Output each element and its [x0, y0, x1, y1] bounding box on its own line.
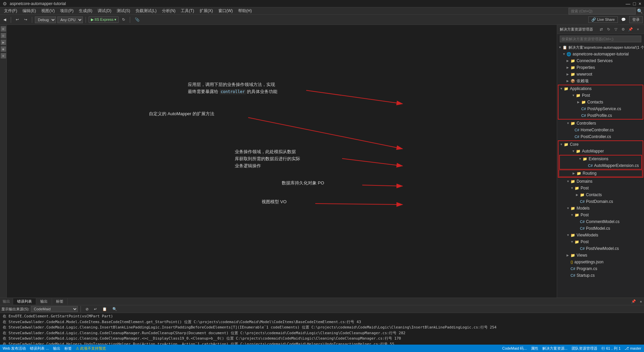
- tree-solution[interactable]: ▼ 📋 解决方案'aspnetcore-automapper-tutorial'…: [557, 44, 644, 51]
- sidebar-icon-3[interactable]: ▶: [1, 40, 6, 45]
- tree-automapperextension[interactable]: ▶ C# AutoMapperExtension.cs: [560, 162, 641, 169]
- output-close-button[interactable]: ×: [638, 299, 644, 304]
- menu-item-project[interactable]: 项目(P): [57, 7, 76, 14]
- menu-item-help[interactable]: 帮助(H): [235, 7, 255, 14]
- tree-core[interactable]: ▼ 📁 Core: [558, 141, 643, 148]
- menu-item-debug[interactable]: 调试(D): [95, 7, 114, 14]
- status-codemaid[interactable]: CodeMaid 码...: [502, 346, 527, 351]
- output-source-select[interactable]: CodeMaid: [31, 306, 78, 312]
- feedback-button[interactable]: 💬: [619, 17, 628, 23]
- tree-applications[interactable]: ▼ 📁 Applications: [558, 85, 643, 92]
- tree-dependencies[interactable]: ▶ 📦 依赖项: [557, 78, 644, 84]
- run-button[interactable]: ▶ IIS Express ▾: [89, 16, 119, 23]
- expand-icon: ▼: [558, 46, 562, 49]
- back-button[interactable]: ◀: [1, 17, 8, 23]
- signin-button[interactable]: 登录: [629, 16, 643, 23]
- tree-post-models[interactable]: ▼ 📁 Post: [557, 212, 644, 218]
- status-errors[interactable]: 错误列表 ...: [30, 346, 49, 351]
- tree-commentmodel[interactable]: ▶ C# CommentModel.cs: [557, 218, 644, 225]
- output-pin-button[interactable]: 📌: [629, 299, 638, 304]
- sidebar-icon-1[interactable]: ⊞: [1, 26, 6, 32]
- maximize-button[interactable]: □: [633, 1, 636, 6]
- menu-item-loadtest[interactable]: 负载测试(L): [133, 7, 159, 14]
- tree-properties[interactable]: ▶ 📁 Properties: [557, 64, 644, 71]
- menu-item-extensions[interactable]: 扩展(X): [197, 7, 216, 14]
- menu-item-file[interactable]: 文件(F): [1, 7, 20, 14]
- se-search-input[interactable]: [560, 36, 641, 42]
- output-tab-errors[interactable]: 错误列表: [13, 298, 36, 305]
- se-sync-button[interactable]: ⇄: [598, 26, 604, 32]
- output-clear-button[interactable]: ⊘: [84, 306, 91, 312]
- tree-automapper[interactable]: ▼ 📁 AutoMapper: [558, 148, 643, 155]
- tree-postmodel[interactable]: ▶ C# PostModel.cs: [557, 225, 644, 232]
- status-properties[interactable]: 属性: [531, 346, 538, 351]
- search-input[interactable]: [569, 8, 636, 14]
- tree-connected-services[interactable]: ▶ 📁 Connected Services: [557, 57, 644, 64]
- output-source-label: 显示输出来源(S):: [1, 307, 30, 312]
- tree-postdomain[interactable]: ▶ C# PostDomain.cs: [557, 198, 644, 205]
- menu-item-analyze[interactable]: 分析(N): [159, 7, 178, 14]
- status-team-explorer[interactable]: 团队资源管理器: [572, 346, 597, 351]
- output-tabs: 输出 错误列表 输出 标签 📌 ×: [0, 298, 644, 305]
- tree-extensions[interactable]: ▼ 📁 Extensions: [560, 156, 641, 162]
- sidebar-icon-4[interactable]: ◉: [1, 46, 6, 52]
- menu-item-build[interactable]: 生成(B): [76, 7, 95, 14]
- output-copy-button[interactable]: 📋: [100, 306, 109, 312]
- menu-item-view[interactable]: 视图(V): [39, 7, 57, 14]
- tree-homecontroller[interactable]: ▶ C# HomeController.cs: [557, 127, 644, 133]
- output-tab-output[interactable]: 输出: [36, 298, 52, 305]
- sidebar-icon-5[interactable]: ⊕: [1, 53, 6, 58]
- sidebar-icon-2[interactable]: ⊟: [1, 33, 6, 38]
- menu-bar: 文件(F) 编辑(E) 视图(V) 项目(P) 生成(B) 调试(D) 测试(S…: [0, 7, 644, 15]
- close-button[interactable]: ×: [639, 1, 641, 6]
- status-tags[interactable]: 标签: [64, 346, 72, 351]
- tree-wwwroot[interactable]: ▶ 📁 wwwroot: [557, 71, 644, 78]
- output-tab-tags[interactable]: 标签: [52, 298, 68, 305]
- se-search-container: [557, 34, 644, 44]
- attach-button[interactable]: 📎: [133, 17, 142, 23]
- live-share-button[interactable]: 🔗 Live Share: [588, 16, 618, 23]
- status-output[interactable]: 输出: [53, 346, 60, 351]
- status-solution-explorer-tab[interactable]: 解决方案资源...: [542, 346, 568, 351]
- se-pin-button[interactable]: 📌: [627, 26, 634, 32]
- se-refresh-button[interactable]: ↻: [605, 26, 612, 32]
- output-find-button[interactable]: 🔍: [110, 306, 119, 312]
- se-filter-button[interactable]: ▽: [612, 26, 619, 32]
- tree-contacts-domain[interactable]: ▶ 📁 Contacts: [557, 191, 644, 198]
- undo-button[interactable]: ↩: [14, 17, 21, 23]
- tree-postprofile[interactable]: ▶ C# PostProfile.cs: [558, 112, 643, 119]
- extensions-group: ▼ 📁 Extensions ▶ C# AutoMapperExtension.…: [559, 155, 642, 170]
- folder-icon: 📁: [583, 157, 587, 161]
- output-wrap-button[interactable]: ↵: [92, 306, 99, 312]
- tree-routing[interactable]: ▶ 📁 Routing: [559, 170, 642, 177]
- tree-controllers[interactable]: ▼ 📁 Controllers: [557, 120, 644, 127]
- tree-postcontroller[interactable]: ▶ C# PostController.cs: [557, 133, 644, 140]
- tree-program[interactable]: ▶ C# Program.cs: [557, 265, 644, 272]
- menu-item-edit[interactable]: 编辑(E): [20, 7, 39, 14]
- tree-domains[interactable]: ▼ 📁 Domains: [557, 178, 644, 185]
- tree-postappservice[interactable]: ▶ C# PostAppService.cs: [558, 105, 643, 112]
- tree-appsettings[interactable]: ▶ {} appsettings.json: [557, 259, 644, 265]
- se-close-button[interactable]: ×: [635, 26, 641, 32]
- menu-item-test[interactable]: 测试(S): [114, 7, 133, 14]
- status-branch[interactable]: ⎇ master: [625, 346, 641, 351]
- tree-views[interactable]: ▶ 📁 Views: [557, 252, 644, 259]
- refresh-button[interactable]: ↻: [120, 17, 127, 23]
- cpu-select[interactable]: Any CPU: [57, 16, 83, 23]
- redo-button[interactable]: ↪: [22, 17, 29, 23]
- tree-models[interactable]: ▼ 📁 Models: [557, 205, 644, 212]
- tree-startup[interactable]: ▶ C# Startup.cs: [557, 272, 644, 279]
- debug-mode-select[interactable]: Debug: [35, 16, 56, 23]
- menu-item-tools[interactable]: 工具(T): [178, 7, 197, 14]
- tree-project[interactable]: ▼ 🌐 aspnetcore-automapper-tutorial: [557, 51, 644, 57]
- tree-post-vm[interactable]: ▼ 📁 Post: [557, 238, 644, 245]
- tree-contacts-app[interactable]: ▶ 📁 Contacts: [558, 99, 643, 105]
- se-settings-button[interactable]: ⚙: [620, 26, 627, 32]
- tree-post-app[interactable]: ▼ 📁 Post: [558, 92, 643, 99]
- minimize-button[interactable]: —: [626, 1, 630, 6]
- menu-item-window[interactable]: 窗口(W): [216, 7, 235, 14]
- tree-post-domain[interactable]: ▼ 📁 Post: [557, 185, 644, 191]
- toolbar: ◀ ↩ ↪ Debug Any CPU ▶ IIS Express ▾ ↻ 📎 …: [0, 15, 644, 25]
- tree-viewmodels[interactable]: ▼ 📁 ViewModels: [557, 232, 644, 238]
- tree-postviewmodel[interactable]: ▶ C# PostViewModel.cs: [557, 245, 644, 252]
